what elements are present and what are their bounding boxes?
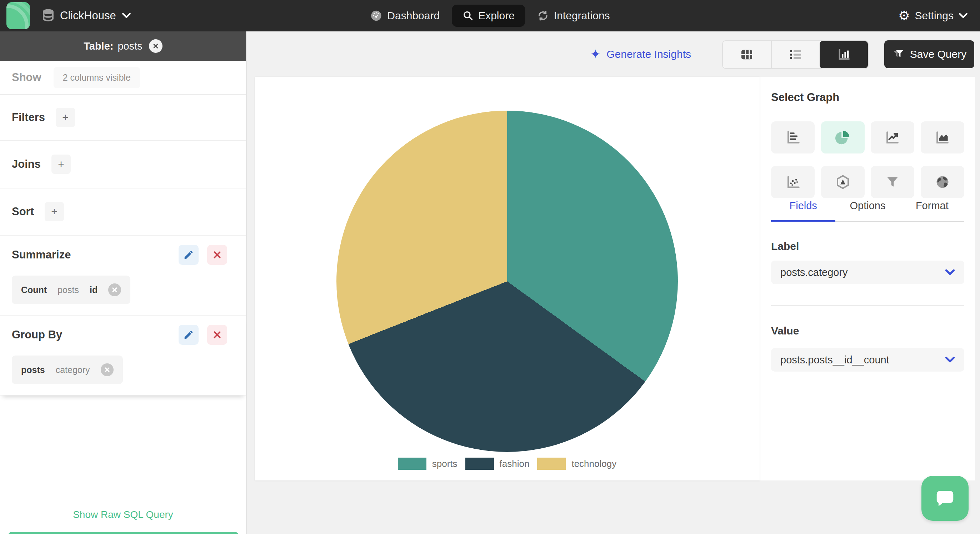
legend-item[interactable]: technology [537,458,616,470]
group-by-label: Group By [12,328,62,341]
sparkle-icon: ✦ [590,48,601,61]
gear-icon: ⚙ [898,9,910,22]
sync-icon [538,10,549,21]
add-filter-button[interactable]: + [56,108,75,127]
nav-integrations[interactable]: Integrations [538,10,610,22]
generate-insights-button[interactable]: ✦ Generate Insights [590,32,691,77]
legend-item[interactable]: fashion [465,458,530,470]
summarize-table: posts [57,285,79,295]
value-select-value: posts.posts__id__count [780,354,889,366]
edit-group-by-button[interactable] [178,325,199,345]
pie-chart[interactable] [336,111,678,452]
chat-launcher-button[interactable] [921,476,969,521]
summarize-section: Summarize Count posts [0,235,246,316]
table-view-icon [740,48,754,62]
add-sort-button[interactable]: + [45,202,64,221]
sort-label: Sort [12,205,34,218]
graph-tile-scatter[interactable] [771,166,815,198]
pie-chart-icon [835,129,851,146]
table-header: Table: posts [0,32,246,61]
tab-fields[interactable]: Fields [771,200,835,221]
brand-label: ClickHouse [60,9,116,22]
funnel-chart-icon [885,174,900,190]
legend-label: technology [571,458,616,469]
filters-row: Filters + [0,95,246,141]
graph-type-grid [771,121,964,198]
chevron-down-icon [959,13,968,19]
settings-menu[interactable]: ⚙ Settings [898,0,968,32]
graph-tile-funnel[interactable] [871,166,914,198]
legend-swatch [465,458,494,470]
value-heading: Value [771,325,799,337]
settings-label: Settings [915,10,954,22]
database-switcher[interactable]: ClickHouse [42,0,131,32]
select-graph-title: Select Graph [771,91,839,104]
chart-view-button[interactable] [819,41,868,68]
chevron-down-icon [945,356,955,363]
radar-hexagon-icon [835,174,851,190]
tab-format[interactable]: Format [900,200,964,221]
query-sidebar: Table: posts Show 2 columns visible Filt… [0,32,247,534]
remove-group-by-chip-button[interactable] [101,363,114,376]
list-view-icon [788,47,803,62]
graph-tile-map[interactable] [921,166,964,198]
chart-legend: sports fashion technology [255,458,760,470]
chat-bubble-icon [934,488,956,509]
globe-icon [935,174,950,190]
graph-tile-bar[interactable] [771,121,815,154]
label-select[interactable]: posts.category [771,261,964,284]
joins-label: Joins [12,158,41,171]
graph-tile-radar[interactable] [821,166,865,198]
top-navbar: ClickHouse Dashboard E [0,0,980,32]
database-icon [42,9,54,22]
summarize-column: id [90,285,97,295]
show-label: Show [12,71,41,84]
tab-options[interactable]: Options [835,200,900,221]
table-prefix: Table: [84,40,113,52]
save-query-button[interactable]: Save Query [884,40,974,68]
graph-config-panel: Select Graph [760,77,975,480]
value-select[interactable]: posts.posts__id__count [771,348,964,372]
view-toggle-group [722,40,869,69]
pencil-icon [183,250,194,260]
nav-explore[interactable]: Explore [452,5,525,27]
nav-dashboard-label: Dashboard [387,10,440,22]
table-view-button[interactable] [723,41,771,68]
list-view-button[interactable] [771,41,820,68]
nav-dashboard[interactable]: Dashboard [370,10,440,22]
remove-table-button[interactable] [149,39,162,53]
legend-swatch [537,458,566,470]
remove-summarize-chip-button[interactable] [108,283,121,296]
dashboard-gauge-icon [370,10,382,22]
group-by-table: posts [21,365,45,375]
group-by-chip[interactable]: posts category [12,356,123,384]
edit-summarize-button[interactable] [178,245,199,265]
section-divider [771,305,964,306]
summarize-agg: Count [21,285,47,295]
summarize-chip[interactable]: Count posts id [12,276,130,304]
add-join-button[interactable]: + [51,154,71,174]
graph-tile-area[interactable] [921,121,964,154]
group-by-section: Group By posts category [0,316,246,396]
legend-item[interactable]: sports [398,458,458,470]
bar-chart-view-icon [837,47,851,62]
delete-summarize-button[interactable] [207,245,227,265]
legend-swatch [398,458,426,470]
chevron-down-icon [945,269,955,276]
filter-funnel-icon [892,48,905,61]
legend-label: fashion [500,458,530,469]
show-raw-sql-link[interactable]: Show Raw SQL Query [0,509,246,520]
nav-explore-label: Explore [478,10,515,22]
bar-chart-icon [785,130,801,145]
label-heading: Label [771,240,799,253]
columns-visible-chip[interactable]: 2 columns visible [54,67,140,88]
graph-tile-pie[interactable] [821,121,865,154]
execute-query-button[interactable]: Execute Query ⚡ [8,532,239,534]
line-chart-icon [885,130,900,145]
app-logo[interactable] [6,2,30,29]
save-query-label: Save Query [910,48,966,60]
delete-group-by-button[interactable] [207,325,227,345]
search-icon [463,10,473,21]
filters-label: Filters [12,111,45,124]
graph-tile-line[interactable] [871,121,914,154]
